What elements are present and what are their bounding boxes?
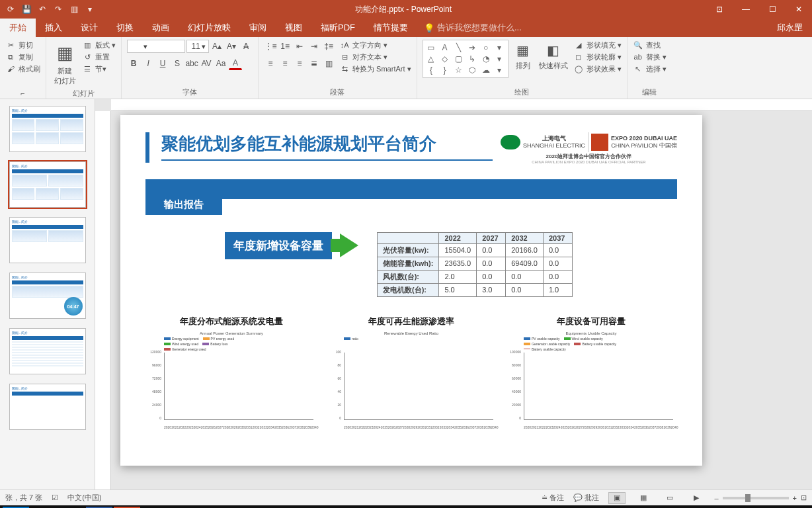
thumb-6[interactable]: 聚能...简介 bbox=[9, 384, 86, 430]
layout-button[interactable]: ▥版式 ▾ bbox=[82, 40, 116, 50]
tab-slideshow[interactable]: 幻灯片放映 bbox=[179, 19, 240, 37]
cut-button[interactable]: ✂剪切 bbox=[5, 40, 40, 50]
underline-button[interactable]: U bbox=[156, 57, 169, 70]
grow-font-button[interactable]: A▴ bbox=[210, 40, 223, 53]
shrink-font-button[interactable]: A▾ bbox=[225, 40, 238, 53]
search-icon: 🔍 bbox=[633, 40, 643, 50]
tab-design[interactable]: 设计 bbox=[71, 19, 107, 37]
zoom-in-button[interactable]: + bbox=[793, 494, 797, 502]
group-edit: 编辑 bbox=[633, 86, 667, 99]
find-button[interactable]: 🔍查找 bbox=[633, 40, 667, 50]
select-button[interactable]: ↖选择 ▾ bbox=[633, 64, 667, 74]
redo-icon[interactable]: ↷ bbox=[53, 4, 63, 15]
spellcheck-icon[interactable]: ☑ bbox=[52, 493, 58, 502]
text-direction-button[interactable]: ↕A文字方向 ▾ bbox=[339, 40, 411, 50]
align-right-button[interactable]: ≡ bbox=[293, 57, 306, 70]
font-name[interactable]: ▾ bbox=[127, 40, 185, 53]
view-sorter-button[interactable]: ▦ bbox=[635, 492, 652, 504]
notes-button[interactable]: ≐ 备注 bbox=[542, 493, 564, 503]
close-button[interactable]: ✕ bbox=[786, 0, 812, 19]
qat-more-icon[interactable]: ▾ bbox=[85, 4, 95, 15]
tab-view[interactable]: 视图 bbox=[276, 19, 311, 37]
shapes-gallery[interactable]: ▭A╲➔○▾ △◇▢↳◔▾ {}☆⬡☁▾ bbox=[423, 40, 508, 78]
align-text-button[interactable]: ⊟对齐文本 ▾ bbox=[339, 52, 411, 62]
new-slide-button[interactable]: ▦新建 幻灯片 bbox=[52, 40, 78, 87]
brush-icon: 🖌 bbox=[5, 64, 16, 74]
font-size[interactable]: 11▾ bbox=[186, 40, 209, 53]
title-accent bbox=[145, 132, 149, 163]
clear-format-button[interactable]: A̶ bbox=[239, 40, 253, 53]
shanghai-electric-logo bbox=[501, 135, 520, 149]
shape-oval-icon: ○ bbox=[479, 42, 492, 52]
comments-button[interactable]: 💬 批注 bbox=[573, 493, 599, 503]
maximize-button[interactable]: ☐ bbox=[759, 0, 786, 19]
align-center-button[interactable]: ≡ bbox=[278, 57, 292, 70]
minimize-button[interactable]: — bbox=[733, 0, 759, 19]
reset-button[interactable]: ↺重置 bbox=[82, 52, 116, 62]
shape-fill-button[interactable]: ◢形状填充 ▾ bbox=[573, 40, 622, 50]
font-color-button[interactable]: A bbox=[229, 57, 242, 70]
quick-styles-button[interactable]: ◧快速样式 bbox=[538, 40, 569, 72]
outline-icon: ◻ bbox=[573, 52, 584, 62]
group-clipboard-dialog[interactable]: ⌐ bbox=[5, 88, 40, 99]
save-icon[interactable]: 💾 bbox=[21, 4, 32, 15]
autosave-icon[interactable]: ⟳ bbox=[5, 4, 16, 15]
tell-me-text: 告诉我您想要做什么... bbox=[437, 22, 522, 34]
thumb-2[interactable]: 聚能...简介 bbox=[9, 161, 86, 208]
tab-transition[interactable]: 切换 bbox=[107, 19, 143, 37]
thumb-3[interactable]: 聚能...简介 bbox=[9, 217, 86, 263]
new-slide-icon: ▦ bbox=[53, 41, 77, 65]
slide-thumbnails[interactable]: 聚能...简介 聚能...简介 聚能...简介 聚能...简介04:47 聚能.… bbox=[0, 99, 95, 489]
tab-review[interactable]: 审阅 bbox=[240, 19, 276, 37]
spacing-button[interactable]: AV bbox=[200, 57, 213, 70]
zoom-out-button[interactable]: – bbox=[714, 494, 718, 502]
section-button[interactable]: ☰节▾ bbox=[82, 64, 116, 74]
slide-title: 聚能优划多能互补能源规划平台简介 bbox=[161, 132, 493, 161]
zoom-control[interactable]: – + ⊡ bbox=[714, 493, 807, 502]
shape-effects-button[interactable]: ◯形状效果 ▾ bbox=[573, 64, 622, 74]
undo-icon[interactable]: ↶ bbox=[37, 4, 48, 15]
fit-to-window-button[interactable]: ⊡ bbox=[801, 493, 807, 502]
thumb-4[interactable]: 聚能...简介04:47 bbox=[9, 273, 86, 319]
view-reading-button[interactable]: ▭ bbox=[661, 492, 678, 504]
justify-button[interactable]: ≣ bbox=[307, 57, 321, 70]
signed-in-user[interactable]: 邱永罡 bbox=[768, 19, 812, 37]
tab-insert[interactable]: 插入 bbox=[36, 19, 71, 37]
pointer-icon: ↖ bbox=[633, 64, 643, 74]
workspace: 聚能...简介 聚能...简介 聚能...简介 聚能...简介04:47 聚能.… bbox=[0, 99, 812, 489]
smartart-button[interactable]: ⇆转换为 SmartArt ▾ bbox=[339, 64, 411, 74]
slideshow-icon[interactable]: ▥ bbox=[69, 4, 79, 15]
indent-button[interactable]: ⇥ bbox=[307, 40, 321, 53]
ribbon-opts-icon[interactable]: ⊡ bbox=[706, 0, 733, 19]
columns-button[interactable]: ▥ bbox=[322, 57, 335, 70]
italic-button[interactable]: I bbox=[142, 57, 155, 70]
tab-storyboard[interactable]: 情节提要 bbox=[364, 19, 417, 37]
numbering-button[interactable]: 1≡ bbox=[278, 40, 292, 53]
strike-button[interactable]: abc bbox=[185, 57, 198, 70]
tell-me[interactable]: 💡告诉我您想要做什么... bbox=[417, 19, 768, 37]
arrange-button[interactable]: ▦排列 bbox=[512, 40, 534, 72]
view-normal-button[interactable]: ▣ bbox=[608, 492, 626, 504]
view-slideshow-button[interactable]: ▶ bbox=[688, 492, 705, 504]
bold-button[interactable]: B bbox=[127, 57, 140, 70]
chart-1: 年度分布式能源系统发电量 Annual Power Generation Sum… bbox=[145, 316, 317, 431]
replace-button[interactable]: ab替换 ▾ bbox=[633, 52, 667, 62]
change-case-button[interactable]: Aa bbox=[214, 57, 227, 70]
tab-foxit[interactable]: 福昕PDF bbox=[311, 19, 364, 37]
tab-animation[interactable]: 动画 bbox=[143, 19, 179, 37]
outdent-button[interactable]: ⇤ bbox=[293, 40, 306, 53]
language[interactable]: 中文(中国) bbox=[67, 493, 101, 503]
copy-button[interactable]: ⧉复制 bbox=[5, 52, 40, 62]
thumb-5[interactable]: 聚能...简介 bbox=[9, 328, 86, 374]
format-painter-button[interactable]: 🖌格式刷 bbox=[5, 64, 40, 74]
line-spacing-button[interactable]: ‡≡ bbox=[322, 40, 335, 53]
align-left-button[interactable]: ≡ bbox=[264, 57, 277, 70]
slide-canvas[interactable]: 聚能优划多能互补能源规划平台简介 上海电气SHANGHAI ELECTRICEX… bbox=[95, 99, 812, 489]
shadow-button[interactable]: S bbox=[171, 57, 184, 70]
tab-home[interactable]: 开始 bbox=[0, 19, 36, 37]
capacity-table: 2022202720322037 光伏容量(kw):15504.00.02016… bbox=[377, 232, 573, 297]
bullets-button[interactable]: ⋮≡ bbox=[264, 40, 277, 53]
thumb-1[interactable]: 聚能...简介 bbox=[9, 106, 86, 152]
zoom-slider[interactable] bbox=[723, 497, 789, 499]
shape-outline-button[interactable]: ◻形状轮廓 ▾ bbox=[573, 52, 622, 62]
